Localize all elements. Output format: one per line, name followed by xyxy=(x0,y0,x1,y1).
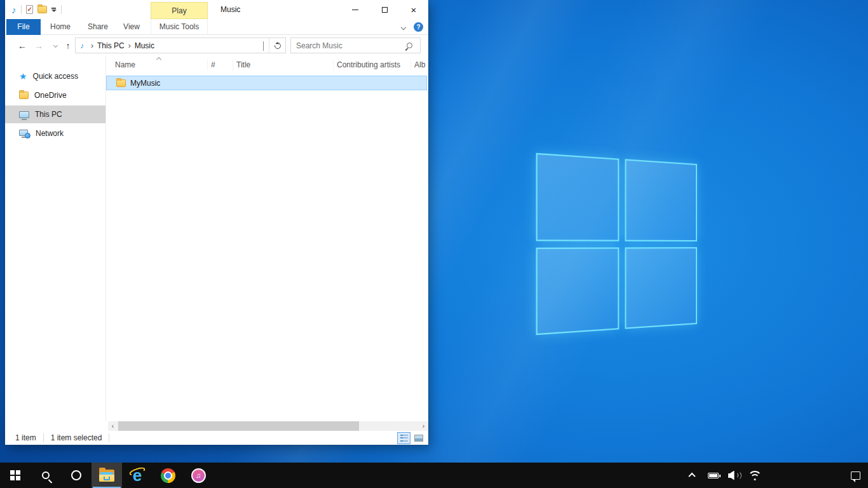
chrome-icon xyxy=(161,468,175,483)
sidebar-item-quick-access[interactable]: ★ Quick access xyxy=(5,67,105,85)
this-pc-monitor-icon xyxy=(19,111,29,118)
properties-icon[interactable] xyxy=(26,5,33,14)
chevron-down-icon xyxy=(263,41,264,51)
search-input[interactable] xyxy=(291,41,407,50)
ie-icon: e xyxy=(129,467,146,484)
separator xyxy=(21,5,22,14)
horizontal-scrollbar[interactable]: ‹ › xyxy=(108,421,428,431)
help-icon[interactable]: ? xyxy=(414,22,423,32)
details-view-icon xyxy=(400,435,408,442)
file-item-mymusic[interactable]: MyMusic xyxy=(106,76,427,90)
search-box[interactable] xyxy=(290,37,421,53)
status-bar: 1 item 1 item selected xyxy=(5,431,428,445)
recent-locations-dropdown[interactable] xyxy=(48,35,62,56)
windows-logo-pane xyxy=(536,153,618,241)
chevron-down-icon xyxy=(53,43,57,48)
windows-logo-pane xyxy=(536,247,618,336)
navigation-pane: ★ Quick access OneDrive This PC Network xyxy=(5,56,105,421)
scroll-right-icon[interactable]: › xyxy=(419,421,428,431)
action-center-icon xyxy=(851,471,860,480)
taskbar: e ♫ xyxy=(0,463,868,488)
close-button[interactable]: × xyxy=(399,0,428,19)
explorer-main: ★ Quick access OneDrive This PC Network … xyxy=(5,56,428,421)
address-bar-row: ← → ↑ ♪ › This PC › Music xyxy=(5,35,428,56)
music-note-icon: ♫ xyxy=(191,468,206,483)
maximize-icon xyxy=(382,7,388,13)
tab-view[interactable]: View xyxy=(116,19,147,35)
refresh-icon xyxy=(273,41,282,50)
back-button[interactable]: ← xyxy=(15,35,29,56)
view-toggle-group xyxy=(397,432,425,444)
column-header-album[interactable]: Alb xyxy=(411,59,428,71)
start-button[interactable] xyxy=(0,463,31,488)
taskbar-search-button[interactable] xyxy=(31,463,61,488)
separator xyxy=(43,433,44,442)
battery-status[interactable] xyxy=(705,463,721,488)
speaker-icon xyxy=(728,471,740,480)
taskbar-internet-explorer-button[interactable]: e xyxy=(122,463,153,488)
item-count: 1 item xyxy=(15,433,36,442)
back-arrow-icon: ← xyxy=(18,41,27,51)
forward-arrow-icon: → xyxy=(34,41,43,51)
tab-home[interactable]: Home xyxy=(41,19,80,35)
show-hidden-icons-button[interactable] xyxy=(684,463,700,488)
address-bar[interactable]: ♪ › This PC › Music xyxy=(75,37,286,53)
window-controls: × xyxy=(341,0,428,19)
sidebar-item-label: This PC xyxy=(35,110,62,119)
column-header-contributing-artists[interactable]: Contributing artists xyxy=(334,59,411,71)
minimize-icon xyxy=(352,10,358,10)
taskbar-itunes-button[interactable]: ♫ xyxy=(183,463,214,488)
scroll-left-icon[interactable]: ‹ xyxy=(108,421,118,431)
tab-file[interactable]: File xyxy=(6,19,41,35)
minimize-button[interactable] xyxy=(341,0,370,19)
search-icon[interactable] xyxy=(407,43,412,48)
windows-logo-wallpaper xyxy=(536,153,697,336)
wifi-icon xyxy=(748,471,762,480)
details-view-button[interactable] xyxy=(397,432,410,444)
title-bar[interactable]: ♪ Play Music × xyxy=(5,0,428,19)
sidebar-item-this-pc[interactable]: This PC xyxy=(5,105,105,123)
scrollbar-thumb[interactable] xyxy=(118,421,359,431)
forward-button[interactable]: → xyxy=(32,35,46,56)
maximize-button[interactable] xyxy=(370,0,399,19)
windows-logo-pane xyxy=(625,247,697,329)
sidebar-item-network[interactable]: Network xyxy=(5,125,105,142)
up-button[interactable]: ↑ xyxy=(61,35,75,56)
chevron-up-icon xyxy=(688,473,695,480)
task-view-button[interactable] xyxy=(61,463,92,488)
ribbon-extra-controls: ? xyxy=(402,22,423,32)
expand-ribbon-chevron-icon[interactable] xyxy=(401,24,406,29)
system-tray xyxy=(684,463,868,488)
quick-access-star-icon: ★ xyxy=(19,72,27,81)
up-arrow-icon: ↑ xyxy=(66,41,71,51)
folder-icon xyxy=(116,79,126,87)
volume-status[interactable] xyxy=(726,463,742,488)
sidebar-item-onedrive[interactable]: OneDrive xyxy=(5,86,105,104)
breadcrumb-this-pc[interactable]: This PC xyxy=(97,41,125,50)
taskbar-chrome-button[interactable] xyxy=(153,463,183,488)
quick-access-toolbar: ♪ xyxy=(11,0,62,19)
column-header-row: Name # Title Contributing artists Alb xyxy=(106,56,428,74)
column-header-number[interactable]: # xyxy=(208,59,233,71)
taskbar-file-explorer-button[interactable] xyxy=(92,463,122,488)
column-header-title[interactable]: Title xyxy=(233,59,334,71)
breadcrumb-music[interactable]: Music xyxy=(135,41,154,50)
breadcrumb-separator: › xyxy=(128,41,131,50)
new-folder-icon[interactable] xyxy=(37,6,47,13)
action-center-button[interactable] xyxy=(843,463,868,488)
battery-icon xyxy=(708,473,719,478)
tab-music-tools[interactable]: Music Tools xyxy=(151,19,208,35)
address-dropdown[interactable] xyxy=(258,41,269,50)
tab-share[interactable]: Share xyxy=(80,19,116,35)
circle-icon xyxy=(71,470,81,480)
customize-toolbar-dropdown-icon[interactable] xyxy=(51,8,57,12)
thumbnails-view-button[interactable] xyxy=(412,432,425,444)
network-icon xyxy=(19,130,30,138)
onedrive-folder-icon xyxy=(19,92,29,99)
breadcrumb-separator: › xyxy=(91,41,93,50)
network-status[interactable] xyxy=(747,463,763,488)
refresh-button[interactable] xyxy=(269,38,285,53)
windows-logo-icon xyxy=(10,470,20,480)
separator xyxy=(109,433,109,442)
file-explorer-window: ♪ Play Music × File Home Share View Musi… xyxy=(5,0,428,445)
